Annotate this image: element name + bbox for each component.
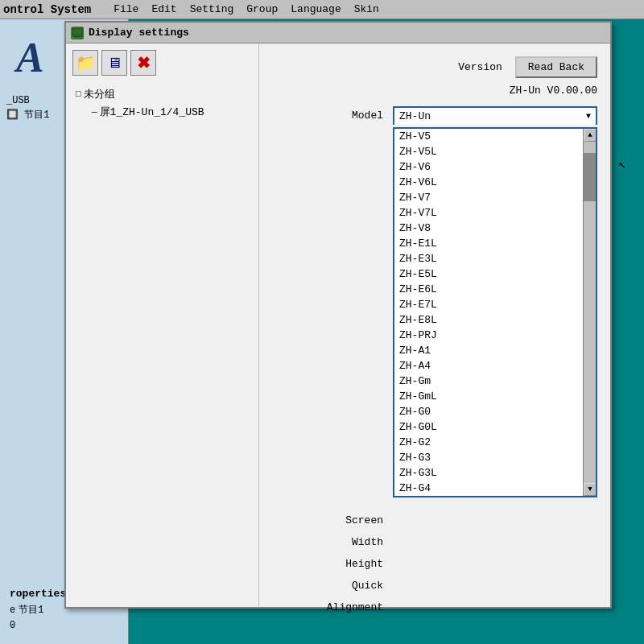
properties-count-value: 0 bbox=[10, 620, 15, 631]
model-control: ZH-Un ▼ ZH-V5ZH-V5LZH-V6ZH-V6LZH-V7ZH-V7… bbox=[393, 106, 597, 125]
main-area: A _USB 🔲 节目1 roperties e 节目1 0 bbox=[0, 19, 644, 644]
dropdown-arrow-icon: ▼ bbox=[586, 112, 591, 121]
add-folder-button[interactable]: 📁 bbox=[72, 50, 98, 76]
dialog-body: 📁 🖥 ✖ □ 未分组 bbox=[66, 43, 610, 607]
height-label: Height bbox=[272, 555, 393, 570]
model-field-row: Model ZH-Un ▼ ZH-V5ZH-V5LZH-V6ZH-V6LZH-V… bbox=[272, 106, 597, 125]
alignment-field-row: Alignment bbox=[272, 598, 597, 613]
display-settings-dialog: Display settings 📁 🖥 ✖ bbox=[64, 21, 612, 609]
properties-name-label: e bbox=[10, 605, 15, 616]
add-monitor-button[interactable]: 🖥 bbox=[101, 50, 127, 76]
model-label: Model bbox=[272, 106, 393, 122]
menu-edit[interactable]: Edit bbox=[145, 2, 183, 17]
dropdown-item[interactable]: ZH-V6 bbox=[394, 159, 583, 175]
screen-field-row: Screen bbox=[272, 511, 597, 526]
tree-toolbar: 📁 🖥 ✖ bbox=[72, 50, 252, 76]
tree-expand-icon: □ bbox=[76, 89, 81, 99]
model-dropdown[interactable]: ZH-Un ▼ ZH-V5ZH-V5LZH-V6ZH-V6LZH-V7ZH-V7… bbox=[393, 106, 597, 125]
menu-file[interactable]: File bbox=[107, 2, 145, 17]
svg-rect-3 bbox=[73, 36, 81, 37]
dropdown-item[interactable]: ZH-G4 bbox=[394, 481, 583, 496]
delete-icon: ✖ bbox=[137, 53, 151, 72]
version-label: Version bbox=[458, 61, 502, 73]
dropdown-item[interactable]: ZH-V5 bbox=[394, 129, 583, 144]
dropdown-item[interactable]: ZH-E8L bbox=[394, 312, 583, 328]
dropdown-item[interactable]: ZH-G3 bbox=[394, 450, 583, 465]
model-dropdown-header[interactable]: ZH-Un ▼ bbox=[393, 106, 597, 125]
tree-panel: 📁 🖥 ✖ □ 未分组 bbox=[66, 43, 259, 607]
dropdown-item[interactable]: ZH-V5L bbox=[394, 144, 583, 159]
menu-group[interactable]: Group bbox=[240, 2, 284, 17]
scrollbar-down-button[interactable]: ▼ bbox=[584, 483, 597, 496]
model-selected-value: ZH-Un bbox=[399, 110, 431, 122]
dropdown-item[interactable]: ZH-V6L bbox=[394, 175, 583, 190]
width-field-row: Width bbox=[272, 533, 597, 548]
properties-count-row: 0 bbox=[10, 620, 118, 631]
cursor-arrow-icon: ↖ bbox=[618, 156, 626, 172]
dropdown-item[interactable]: ZH-G3L bbox=[394, 465, 583, 481]
dialog-titlebar: Display settings bbox=[66, 23, 610, 43]
menu-language[interactable]: Language bbox=[284, 2, 347, 17]
menu-setting[interactable]: Setting bbox=[184, 2, 241, 17]
screen-label: Screen bbox=[272, 511, 393, 526]
width-label: Width bbox=[272, 533, 393, 548]
properties-name-value: 节目1 bbox=[19, 603, 43, 617]
dropdown-item[interactable]: ZH-G2 bbox=[394, 435, 583, 450]
dropdown-item[interactable]: ZH-E3L bbox=[394, 251, 583, 266]
version-row: Version Read Back bbox=[272, 56, 597, 78]
alignment-label: Alignment bbox=[272, 598, 393, 613]
dropdown-item[interactable]: ZH-E7L bbox=[394, 297, 583, 312]
height-field-row: Height bbox=[272, 555, 597, 570]
dropdown-item[interactable]: ZH-A1 bbox=[394, 343, 583, 358]
tree-group: □ 未分组 — 屏1_ZH-Un_1/4_USB bbox=[76, 85, 252, 121]
scrollbar-thumb[interactable] bbox=[584, 153, 597, 201]
tree-root-item[interactable]: □ 未分组 bbox=[76, 85, 252, 103]
quick-field-row: Quick bbox=[272, 576, 597, 592]
model-scrollbar[interactable]: ▲ ▼ bbox=[583, 129, 596, 496]
dropdown-item[interactable]: ZH-E5L bbox=[394, 266, 583, 282]
dropdown-item[interactable]: ZH-V7 bbox=[394, 190, 583, 205]
tree-child: — 屏1_ZH-Un_1/4_USB bbox=[92, 103, 252, 121]
menu-skin[interactable]: Skin bbox=[348, 2, 386, 17]
tree-group-label: 未分组 bbox=[84, 87, 115, 101]
dropdown-item[interactable]: ZH-Gm bbox=[394, 374, 583, 389]
tree-screen-expand: — bbox=[92, 107, 97, 117]
model-dropdown-items: ZH-V5ZH-V5LZH-V6ZH-V6LZH-V7ZH-V7LZH-V8ZH… bbox=[394, 129, 583, 496]
sidebar-logo: A bbox=[8, 27, 64, 84]
dropdown-item[interactable]: ZH-E1L bbox=[394, 236, 583, 251]
model-dropdown-list[interactable]: ZH-V5ZH-V5LZH-V6ZH-V6LZH-V7ZH-V7LZH-V8ZH… bbox=[393, 127, 597, 497]
version-value: ZH-Un V0.00.00 bbox=[272, 85, 597, 97]
menubar: ontrol System File Edit Setting Group La… bbox=[0, 0, 644, 19]
dropdown-item[interactable]: ZH-G0 bbox=[394, 404, 583, 419]
dialog-title: Display settings bbox=[89, 27, 189, 39]
dropdown-item[interactable]: ZH-E6L bbox=[394, 282, 583, 297]
dropdown-item[interactable]: ZH-PRJ bbox=[394, 328, 583, 343]
monitor-icon: 🖥 bbox=[107, 55, 122, 72]
settings-panel: Version Read Back ZH-Un V0.00.00 Model Z… bbox=[259, 43, 610, 607]
app-title: ontrol System bbox=[3, 3, 91, 16]
quick-label: Quick bbox=[272, 576, 393, 592]
dropdown-item[interactable]: ZH-GmL bbox=[394, 389, 583, 404]
svg-text:A: A bbox=[14, 35, 44, 80]
scrollbar-up-button[interactable]: ▲ bbox=[584, 129, 597, 142]
dialog-icon bbox=[71, 27, 84, 39]
dropdown-item[interactable]: ZH-V7L bbox=[394, 205, 583, 221]
dropdown-item[interactable]: ZH-A4 bbox=[394, 358, 583, 374]
tree-screen-item[interactable]: — 屏1_ZH-Un_1/4_USB bbox=[92, 103, 252, 121]
readback-button[interactable]: Read Back bbox=[515, 56, 597, 78]
dropdown-item[interactable]: ZH-V8 bbox=[394, 221, 583, 236]
dropdown-item[interactable]: ZH-G0L bbox=[394, 419, 583, 435]
svg-rect-1 bbox=[72, 28, 82, 35]
tree-screen-label: 屏1_ZH-Un_1/4_USB bbox=[100, 105, 204, 119]
delete-button[interactable]: ✖ bbox=[130, 50, 156, 76]
folder-icon: 📁 bbox=[76, 53, 96, 72]
